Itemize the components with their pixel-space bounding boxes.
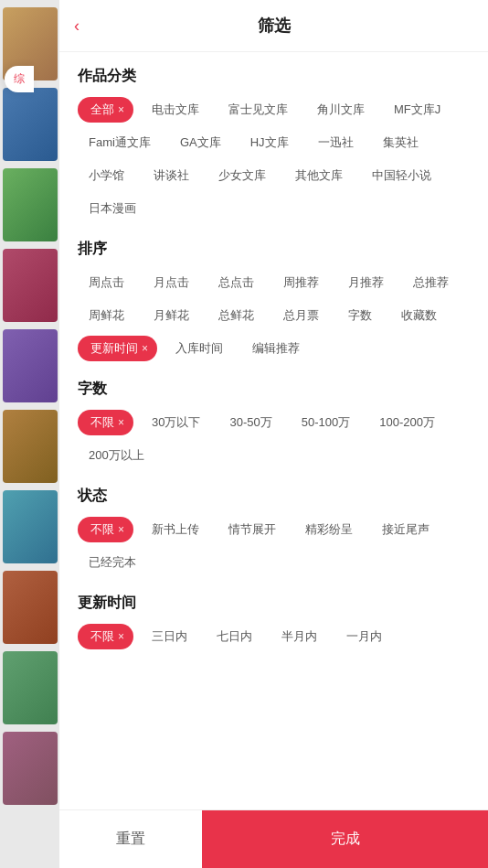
- tag-sort-7[interactable]: 月鲜花: [143, 303, 200, 328]
- tag-sort-13[interactable]: 入库时间: [164, 336, 234, 361]
- tag-label-update_time-2: 七日内: [217, 628, 252, 645]
- tag-status-3[interactable]: 精彩纷呈: [294, 517, 364, 542]
- tag-category-13[interactable]: 其他文库: [284, 163, 354, 188]
- tag-sort-14[interactable]: 编辑推荐: [241, 336, 311, 361]
- tag-label-status-1: 新书上传: [152, 521, 199, 538]
- filter-panel: 综 ‹ 筛选 作品分类全部×电击文库富士见文库角川文库MF文库JFami通文库G…: [59, 0, 488, 868]
- tag-label-status-5: 已经完本: [89, 554, 136, 571]
- tag-label-update_time-4: 一月内: [346, 628, 382, 645]
- tag-update_time-0[interactable]: 不限×: [78, 624, 133, 649]
- tag-wordcount-2[interactable]: 30-50万: [218, 410, 282, 435]
- tag-category-14[interactable]: 中国轻小说: [361, 163, 442, 188]
- tag-sort-8[interactable]: 总鲜花: [207, 303, 265, 328]
- tag-sort-11[interactable]: 收藏数: [390, 303, 448, 328]
- panel-header: ‹ 筛选: [59, 0, 488, 52]
- tag-wordcount-3[interactable]: 50-100万: [291, 410, 361, 435]
- tag-category-5[interactable]: Fami通文库: [78, 130, 162, 155]
- section-update_time: 更新时间不限×三日内七日内半月内一月内: [78, 594, 470, 649]
- tag-wordcount-1[interactable]: 30万以下: [141, 410, 211, 435]
- tag-label-sort-12: 更新时间: [90, 340, 138, 357]
- tag-label-update_time-0: 不限: [90, 628, 114, 645]
- tag-label-category-12: 少女文库: [218, 167, 266, 184]
- tag-wordcount-4[interactable]: 100-200万: [368, 410, 446, 435]
- tag-label-wordcount-4: 100-200万: [379, 414, 435, 431]
- tag-sort-6[interactable]: 周鲜花: [78, 303, 135, 328]
- tag-sort-9[interactable]: 总月票: [272, 303, 330, 328]
- tag-update_time-4[interactable]: 一月内: [335, 624, 393, 649]
- tag-category-7[interactable]: HJ文库: [239, 130, 300, 155]
- sidebar-book-8: [3, 571, 58, 644]
- section-title-category: 作品分类: [78, 67, 470, 86]
- tag-label-category-10: 小学馆: [89, 167, 124, 184]
- tag-category-3[interactable]: 角川文库: [306, 97, 376, 123]
- tab-indicator[interactable]: 综: [5, 66, 34, 92]
- tag-close-status-0: ×: [118, 523, 124, 536]
- tag-label-wordcount-2: 30-50万: [229, 414, 271, 431]
- tag-sort-10[interactable]: 字数: [337, 303, 383, 328]
- tag-sort-4[interactable]: 月推荐: [337, 270, 395, 295]
- tag-sort-12[interactable]: 更新时间×: [78, 336, 157, 361]
- tag-sort-3[interactable]: 周推荐: [272, 270, 330, 295]
- tag-close-update_time-0: ×: [118, 630, 124, 643]
- tag-update_time-3[interactable]: 半月内: [271, 624, 328, 649]
- sidebar-book-3: [3, 168, 58, 241]
- tag-category-2[interactable]: 富士见文库: [217, 97, 299, 123]
- section-title-update_time: 更新时间: [78, 594, 470, 613]
- tag-wordcount-0[interactable]: 不限×: [78, 410, 133, 435]
- tag-category-0[interactable]: 全部×: [78, 97, 133, 123]
- tag-sort-0[interactable]: 周点击: [78, 270, 135, 295]
- tag-sort-2[interactable]: 总点击: [207, 270, 265, 295]
- tag-update_time-2[interactable]: 七日内: [206, 624, 263, 649]
- reset-button[interactable]: 重置: [59, 810, 202, 868]
- tag-label-wordcount-5: 200万以上: [89, 447, 144, 464]
- tag-category-8[interactable]: 一迅社: [307, 130, 365, 155]
- tag-sort-5[interactable]: 总推荐: [402, 270, 460, 295]
- tag-category-10[interactable]: 小学馆: [78, 163, 135, 188]
- tag-label-status-3: 精彩纷呈: [305, 521, 353, 538]
- tag-status-1[interactable]: 新书上传: [141, 517, 210, 542]
- section-title-status: 状态: [78, 487, 470, 506]
- tag-label-wordcount-0: 不限: [90, 414, 114, 431]
- tag-status-4[interactable]: 接近尾声: [371, 517, 440, 542]
- tag-label-wordcount-1: 30万以下: [152, 414, 200, 431]
- section-wordcount: 字数不限×30万以下30-50万50-100万100-200万200万以上: [78, 380, 470, 468]
- tag-wordcount-5[interactable]: 200万以上: [78, 443, 155, 468]
- tag-label-status-0: 不限: [90, 521, 114, 538]
- tag-label-wordcount-3: 50-100万: [302, 414, 350, 431]
- tag-label-category-2: 富士见文库: [228, 102, 288, 118]
- sidebar-book-10: [3, 732, 58, 805]
- tag-category-11[interactable]: 讲谈社: [143, 163, 200, 188]
- tag-status-5[interactable]: 已经完本: [78, 550, 147, 575]
- tag-category-12[interactable]: 少女文库: [207, 163, 277, 188]
- sidebar-book-2: [3, 88, 58, 161]
- confirm-button[interactable]: 完成: [202, 810, 488, 868]
- tag-sort-1[interactable]: 月点击: [143, 270, 200, 295]
- tag-label-category-5: Fami通文库: [89, 134, 151, 151]
- tag-label-category-15: 日本漫画: [89, 200, 136, 217]
- back-button[interactable]: ‹: [74, 16, 80, 36]
- tag-label-sort-0: 周点击: [89, 274, 124, 291]
- tag-label-category-4: MF文库J: [394, 102, 440, 118]
- tag-label-sort-7: 月鲜花: [154, 307, 189, 324]
- tag-label-sort-1: 月点击: [154, 274, 189, 291]
- tag-label-sort-8: 总鲜花: [218, 307, 254, 324]
- tag-label-sort-14: 编辑推荐: [252, 340, 300, 357]
- tab-label: 综: [14, 72, 25, 85]
- tag-category-6[interactable]: GA文库: [169, 130, 232, 155]
- tag-category-15[interactable]: 日本漫画: [78, 196, 147, 221]
- tag-category-1[interactable]: 电击文库: [141, 97, 210, 123]
- tag-close-sort-12: ×: [142, 342, 148, 355]
- tag-category-4[interactable]: MF文库J: [383, 97, 451, 123]
- tags-update_time: 不限×三日内七日内半月内一月内: [78, 624, 470, 649]
- tags-status: 不限×新书上传情节展开精彩纷呈接近尾声已经完本: [78, 517, 470, 575]
- section-category: 作品分类全部×电击文库富士见文库角川文库MF文库JFami通文库GA文库HJ文库…: [78, 67, 470, 221]
- tag-label-category-7: HJ文库: [250, 134, 289, 151]
- tag-status-0[interactable]: 不限×: [78, 517, 133, 542]
- tag-label-sort-3: 周推荐: [283, 274, 319, 291]
- tag-category-9[interactable]: 集英社: [372, 130, 430, 155]
- tags-sort: 周点击月点击总点击周推荐月推荐总推荐周鲜花月鲜花总鲜花总月票字数收藏数更新时间×…: [78, 270, 470, 361]
- sidebar-book-6: [3, 410, 58, 483]
- tag-status-2[interactable]: 情节展开: [217, 517, 287, 542]
- panel-title: 筛选: [258, 15, 291, 37]
- tag-update_time-1[interactable]: 三日内: [141, 624, 198, 649]
